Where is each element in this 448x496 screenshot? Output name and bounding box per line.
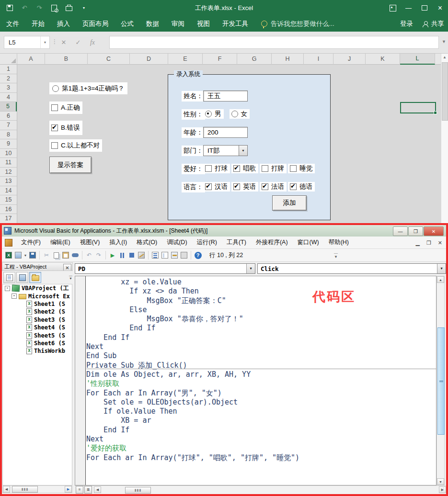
row-header[interactable]: 16 [0, 205, 17, 214]
ribbon-tab[interactable]: 开始 [25, 16, 51, 32]
vba-minimize-button[interactable]: — [393, 226, 408, 236]
chevron-down-icon[interactable]: ▼ [239, 146, 247, 156]
reset-icon[interactable] [127, 251, 136, 259]
menu-item[interactable]: 格式(O) [132, 238, 162, 247]
row-header[interactable]: 15 [0, 195, 17, 205]
ribbon-tab[interactable]: 页面布局 [76, 16, 115, 32]
ribbon-tab[interactable]: 审阅 [165, 16, 191, 32]
view-code-button[interactable] [3, 272, 15, 283]
print-preview-icon[interactable] [50, 4, 58, 12]
row-header[interactable]: 10 [0, 149, 17, 158]
column-header[interactable]: F [203, 54, 237, 65]
toggle-folders-button[interactable] [29, 272, 41, 283]
language-checkbox[interactable]: ✔ 汉语 [203, 182, 230, 192]
ribbon-tab[interactable]: 开发工具 [216, 16, 254, 32]
object-dropdown[interactable]: PD ▼ [75, 263, 255, 274]
object-browser-icon[interactable] [170, 251, 179, 259]
cut-icon[interactable]: ✂ [42, 251, 51, 259]
insert-dropdown-icon[interactable]: ▼ [23, 251, 27, 259]
insert-userform-icon[interactable] [14, 251, 23, 259]
ribbon-tab[interactable]: 插入 [51, 16, 76, 32]
menu-item[interactable]: 调试(D) [162, 238, 192, 247]
menu-item[interactable]: 插入(I) [104, 238, 132, 247]
project-tree-item[interactable]: Sheet4 (S [3, 324, 72, 331]
scrollbar-thumb[interactable]: ▮▮▮ [12, 486, 38, 493]
full-module-view-button[interactable]: ≣ [84, 486, 92, 494]
row-header[interactable]: 7 [0, 121, 17, 130]
project-tree-item[interactable]: Sheet2 (S [3, 308, 72, 316]
row-header[interactable]: 8 [0, 130, 17, 140]
mdi-restore-icon[interactable]: ❐ [426, 240, 431, 246]
show-answer-button[interactable]: 显示答案 [49, 157, 92, 173]
checkbox-icon[interactable]: ✔ [51, 104, 58, 111]
language-checkbox[interactable]: ✔ 法语 [260, 182, 287, 192]
mdi-minimize-icon[interactable]: ▁ [415, 240, 419, 246]
scroll-right-icon[interactable]: ▶ [65, 486, 72, 493]
undo-icon[interactable]: ↶ [21, 4, 28, 12]
checkbox-icon[interactable]: ✔ [51, 124, 58, 131]
view-excel-icon[interactable]: X [4, 251, 13, 259]
maximize-button[interactable] [416, 0, 432, 16]
menu-item[interactable]: 文件(F) [16, 238, 46, 247]
menu-item[interactable]: 外接程序(A) [251, 238, 293, 247]
panel-options-icon[interactable]: —▼ [69, 274, 72, 280]
project-tree-item[interactable]: Sheet3 (S [3, 316, 72, 324]
name-box[interactable]: L5 ▼ [4, 36, 50, 49]
checkbox-icon[interactable]: ✔ [262, 165, 268, 172]
run-icon[interactable]: ▶ [108, 251, 117, 259]
procedure-dropdown[interactable]: Click ▼ [257, 263, 446, 274]
row-header[interactable]: 5 [0, 102, 17, 112]
selected-cell-L5[interactable] [400, 102, 436, 113]
ribbon-tab[interactable]: 文件 [0, 16, 25, 32]
radio-icon[interactable] [231, 111, 238, 117]
scrollbar-thumb[interactable]: ▮▮▮ [125, 487, 151, 494]
mdi-close-icon[interactable]: ✕ [438, 240, 442, 246]
break-icon[interactable] [118, 251, 126, 259]
hobby-checkbox[interactable]: ✔ 打牌 [260, 164, 287, 173]
checkbox-icon[interactable]: ✔ [205, 183, 212, 190]
column-header[interactable]: D [130, 54, 168, 65]
quiz-question-radio[interactable]: 第1题.1+3=4正确吗？ [49, 82, 127, 94]
age-input[interactable]: 200 [203, 127, 248, 138]
find-icon[interactable] [71, 251, 80, 259]
ribbon-tab[interactable]: 数据 [140, 16, 165, 32]
vba-close-button[interactable]: ✕ [424, 226, 444, 236]
code-margin-bar[interactable] [75, 276, 86, 485]
scroll-left-icon[interactable]: ◀ [94, 486, 101, 493]
chevron-down-icon[interactable]: ▼ [437, 264, 446, 273]
save-icon[interactable] [28, 251, 37, 259]
code-vertical-scrollbar[interactable]: ▲ ▼ [437, 276, 445, 485]
column-header[interactable]: A [17, 54, 45, 65]
tell-me-box[interactable]: 告诉我您想要做什么... [261, 20, 334, 28]
project-tree-item[interactable]: - Microsoft Ex [3, 292, 72, 300]
row-header[interactable]: 14 [0, 186, 17, 196]
column-header[interactable]: G [237, 54, 272, 65]
menu-item[interactable]: 窗口(W) [293, 238, 324, 247]
expand-formula-bar-icon[interactable]: ▼ [442, 39, 446, 44]
column-header[interactable]: H [272, 54, 304, 65]
column-header[interactable]: L [400, 54, 435, 65]
menu-item[interactable]: 帮助(H) [324, 238, 354, 247]
language-checkbox[interactable]: ✔ 德语 [288, 182, 315, 192]
column-header[interactable]: C [88, 54, 130, 65]
toolbox-icon[interactable] [180, 251, 188, 259]
chevron-down-icon[interactable]: ▼ [246, 264, 255, 273]
hobby-checkbox[interactable]: ✔ 睡觉 [288, 164, 315, 173]
save-icon[interactable] [6, 4, 13, 12]
vba-restore-button[interactable]: ❐ [408, 226, 423, 236]
resize-grip[interactable]: ⋰ [439, 486, 446, 493]
project-tree-item[interactable]: - VBAProject (工 [3, 284, 72, 292]
quiz-option-checkbox[interactable]: ✔ A.正确 [49, 101, 82, 114]
design-mode-icon[interactable] [137, 251, 146, 259]
undo-icon[interactable]: ↶ [85, 251, 93, 259]
insert-function-icon[interactable]: fx [85, 39, 100, 46]
select-all-corner[interactable] [0, 54, 17, 64]
checkbox-icon[interactable]: ✔ [262, 183, 268, 190]
tree-expander-icon[interactable]: - [11, 293, 17, 299]
row-header[interactable]: 1 [0, 65, 17, 74]
scroll-up-icon[interactable]: ▲ [437, 276, 444, 283]
menu-item[interactable]: 视图(V) [75, 238, 105, 247]
quick-print-icon[interactable] [65, 4, 73, 12]
properties-window-icon[interactable] [161, 251, 169, 259]
menu-item[interactable]: 工具(T) [222, 238, 251, 247]
